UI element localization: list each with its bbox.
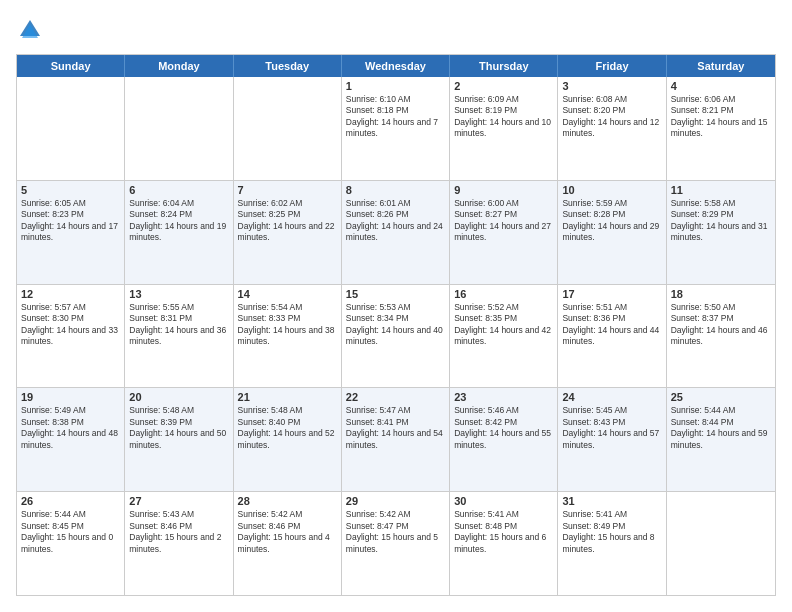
day-number: 20 <box>129 391 228 403</box>
day-number: 27 <box>129 495 228 507</box>
day-number: 6 <box>129 184 228 196</box>
calendar-row-1: 5Sunrise: 6:05 AMSunset: 8:23 PMDaylight… <box>17 180 775 284</box>
day-cell-24: 24Sunrise: 5:45 AMSunset: 8:43 PMDayligh… <box>558 388 666 491</box>
day-details: Sunrise: 6:10 AMSunset: 8:18 PMDaylight:… <box>346 94 445 140</box>
day-cell-23: 23Sunrise: 5:46 AMSunset: 8:42 PMDayligh… <box>450 388 558 491</box>
empty-cell <box>125 77 233 180</box>
day-number: 7 <box>238 184 337 196</box>
day-number: 29 <box>346 495 445 507</box>
day-number: 13 <box>129 288 228 300</box>
day-number: 26 <box>21 495 120 507</box>
day-number: 11 <box>671 184 771 196</box>
day-cell-18: 18Sunrise: 5:50 AMSunset: 8:37 PMDayligh… <box>667 285 775 388</box>
day-cell-11: 11Sunrise: 5:58 AMSunset: 8:29 PMDayligh… <box>667 181 775 284</box>
day-cell-2: 2Sunrise: 6:09 AMSunset: 8:19 PMDaylight… <box>450 77 558 180</box>
day-cell-3: 3Sunrise: 6:08 AMSunset: 8:20 PMDaylight… <box>558 77 666 180</box>
calendar-body: 1Sunrise: 6:10 AMSunset: 8:18 PMDaylight… <box>17 77 775 595</box>
calendar-row-3: 19Sunrise: 5:49 AMSunset: 8:38 PMDayligh… <box>17 387 775 491</box>
day-cell-22: 22Sunrise: 5:47 AMSunset: 8:41 PMDayligh… <box>342 388 450 491</box>
day-number: 30 <box>454 495 553 507</box>
day-number: 19 <box>21 391 120 403</box>
day-cell-6: 6Sunrise: 6:04 AMSunset: 8:24 PMDaylight… <box>125 181 233 284</box>
day-details: Sunrise: 5:52 AMSunset: 8:35 PMDaylight:… <box>454 302 553 348</box>
calendar: SundayMondayTuesdayWednesdayThursdayFrid… <box>16 54 776 596</box>
logo <box>16 16 46 44</box>
day-details: Sunrise: 5:49 AMSunset: 8:38 PMDaylight:… <box>21 405 120 451</box>
day-details: Sunrise: 5:42 AMSunset: 8:47 PMDaylight:… <box>346 509 445 555</box>
day-cell-9: 9Sunrise: 6:00 AMSunset: 8:27 PMDaylight… <box>450 181 558 284</box>
day-number: 25 <box>671 391 771 403</box>
day-cell-13: 13Sunrise: 5:55 AMSunset: 8:31 PMDayligh… <box>125 285 233 388</box>
day-details: Sunrise: 5:48 AMSunset: 8:39 PMDaylight:… <box>129 405 228 451</box>
day-number: 4 <box>671 80 771 92</box>
day-cell-12: 12Sunrise: 5:57 AMSunset: 8:30 PMDayligh… <box>17 285 125 388</box>
day-number: 31 <box>562 495 661 507</box>
day-number: 23 <box>454 391 553 403</box>
day-cell-29: 29Sunrise: 5:42 AMSunset: 8:47 PMDayligh… <box>342 492 450 595</box>
day-details: Sunrise: 6:06 AMSunset: 8:21 PMDaylight:… <box>671 94 771 140</box>
day-number: 2 <box>454 80 553 92</box>
day-number: 10 <box>562 184 661 196</box>
header-day-wednesday: Wednesday <box>342 55 450 77</box>
header-day-thursday: Thursday <box>450 55 558 77</box>
calendar-header: SundayMondayTuesdayWednesdayThursdayFrid… <box>17 55 775 77</box>
day-details: Sunrise: 5:44 AMSunset: 8:45 PMDaylight:… <box>21 509 120 555</box>
day-cell-15: 15Sunrise: 5:53 AMSunset: 8:34 PMDayligh… <box>342 285 450 388</box>
day-cell-5: 5Sunrise: 6:05 AMSunset: 8:23 PMDaylight… <box>17 181 125 284</box>
calendar-row-0: 1Sunrise: 6:10 AMSunset: 8:18 PMDaylight… <box>17 77 775 180</box>
day-details: Sunrise: 5:53 AMSunset: 8:34 PMDaylight:… <box>346 302 445 348</box>
day-cell-31: 31Sunrise: 5:41 AMSunset: 8:49 PMDayligh… <box>558 492 666 595</box>
day-details: Sunrise: 5:41 AMSunset: 8:48 PMDaylight:… <box>454 509 553 555</box>
header-day-tuesday: Tuesday <box>234 55 342 77</box>
calendar-row-2: 12Sunrise: 5:57 AMSunset: 8:30 PMDayligh… <box>17 284 775 388</box>
day-details: Sunrise: 5:43 AMSunset: 8:46 PMDaylight:… <box>129 509 228 555</box>
day-details: Sunrise: 5:57 AMSunset: 8:30 PMDaylight:… <box>21 302 120 348</box>
day-number: 18 <box>671 288 771 300</box>
day-number: 28 <box>238 495 337 507</box>
header <box>16 16 776 44</box>
day-cell-27: 27Sunrise: 5:43 AMSunset: 8:46 PMDayligh… <box>125 492 233 595</box>
day-cell-1: 1Sunrise: 6:10 AMSunset: 8:18 PMDaylight… <box>342 77 450 180</box>
day-details: Sunrise: 5:55 AMSunset: 8:31 PMDaylight:… <box>129 302 228 348</box>
page: SundayMondayTuesdayWednesdayThursdayFrid… <box>0 0 792 612</box>
day-details: Sunrise: 6:05 AMSunset: 8:23 PMDaylight:… <box>21 198 120 244</box>
day-cell-14: 14Sunrise: 5:54 AMSunset: 8:33 PMDayligh… <box>234 285 342 388</box>
day-details: Sunrise: 5:47 AMSunset: 8:41 PMDaylight:… <box>346 405 445 451</box>
day-cell-25: 25Sunrise: 5:44 AMSunset: 8:44 PMDayligh… <box>667 388 775 491</box>
day-number: 3 <box>562 80 661 92</box>
day-cell-8: 8Sunrise: 6:01 AMSunset: 8:26 PMDaylight… <box>342 181 450 284</box>
empty-cell <box>667 492 775 595</box>
day-details: Sunrise: 6:04 AMSunset: 8:24 PMDaylight:… <box>129 198 228 244</box>
day-cell-7: 7Sunrise: 6:02 AMSunset: 8:25 PMDaylight… <box>234 181 342 284</box>
day-details: Sunrise: 5:51 AMSunset: 8:36 PMDaylight:… <box>562 302 661 348</box>
day-cell-28: 28Sunrise: 5:42 AMSunset: 8:46 PMDayligh… <box>234 492 342 595</box>
day-details: Sunrise: 5:41 AMSunset: 8:49 PMDaylight:… <box>562 509 661 555</box>
day-number: 14 <box>238 288 337 300</box>
header-day-sunday: Sunday <box>17 55 125 77</box>
day-details: Sunrise: 6:02 AMSunset: 8:25 PMDaylight:… <box>238 198 337 244</box>
day-cell-21: 21Sunrise: 5:48 AMSunset: 8:40 PMDayligh… <box>234 388 342 491</box>
day-details: Sunrise: 6:01 AMSunset: 8:26 PMDaylight:… <box>346 198 445 244</box>
day-details: Sunrise: 5:59 AMSunset: 8:28 PMDaylight:… <box>562 198 661 244</box>
day-details: Sunrise: 5:45 AMSunset: 8:43 PMDaylight:… <box>562 405 661 451</box>
calendar-row-4: 26Sunrise: 5:44 AMSunset: 8:45 PMDayligh… <box>17 491 775 595</box>
day-number: 16 <box>454 288 553 300</box>
day-details: Sunrise: 5:42 AMSunset: 8:46 PMDaylight:… <box>238 509 337 555</box>
day-number: 24 <box>562 391 661 403</box>
day-cell-16: 16Sunrise: 5:52 AMSunset: 8:35 PMDayligh… <box>450 285 558 388</box>
header-day-saturday: Saturday <box>667 55 775 77</box>
day-details: Sunrise: 6:00 AMSunset: 8:27 PMDaylight:… <box>454 198 553 244</box>
day-cell-19: 19Sunrise: 5:49 AMSunset: 8:38 PMDayligh… <box>17 388 125 491</box>
day-cell-4: 4Sunrise: 6:06 AMSunset: 8:21 PMDaylight… <box>667 77 775 180</box>
logo-icon <box>16 16 44 44</box>
day-details: Sunrise: 5:44 AMSunset: 8:44 PMDaylight:… <box>671 405 771 451</box>
day-number: 15 <box>346 288 445 300</box>
day-details: Sunrise: 5:54 AMSunset: 8:33 PMDaylight:… <box>238 302 337 348</box>
day-cell-20: 20Sunrise: 5:48 AMSunset: 8:39 PMDayligh… <box>125 388 233 491</box>
day-number: 8 <box>346 184 445 196</box>
day-cell-17: 17Sunrise: 5:51 AMSunset: 8:36 PMDayligh… <box>558 285 666 388</box>
day-number: 22 <box>346 391 445 403</box>
empty-cell <box>234 77 342 180</box>
day-cell-26: 26Sunrise: 5:44 AMSunset: 8:45 PMDayligh… <box>17 492 125 595</box>
day-number: 1 <box>346 80 445 92</box>
